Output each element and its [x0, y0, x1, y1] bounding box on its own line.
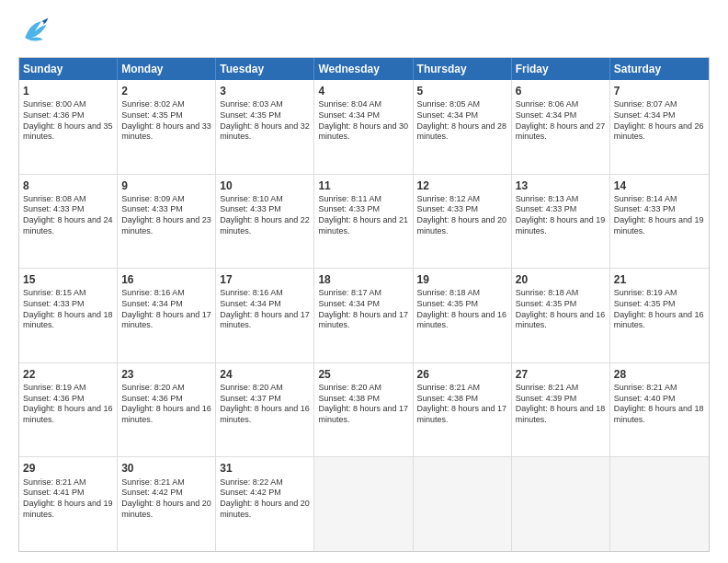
- day-info: Sunrise: 8:18 AMSunset: 4:35 PMDaylight:…: [516, 288, 606, 331]
- calendar-body: 1Sunrise: 8:00 AMSunset: 4:36 PMDaylight…: [19, 80, 709, 551]
- logo-icon: [18, 15, 51, 48]
- logo: [18, 15, 55, 48]
- day-number: 21: [614, 272, 705, 287]
- day-info: Sunrise: 8:21 AMSunset: 4:38 PMDaylight:…: [417, 383, 507, 426]
- day-info: Sunrise: 8:02 AMSunset: 4:35 PMDaylight:…: [121, 99, 211, 143]
- calendar-row-0: 1Sunrise: 8:00 AMSunset: 4:36 PMDaylight…: [19, 80, 709, 175]
- day-number: 17: [220, 272, 310, 287]
- day-number: 24: [220, 367, 310, 382]
- day-cell-4: 4Sunrise: 8:04 AMSunset: 4:34 PMDaylight…: [314, 80, 413, 174]
- calendar-header: SundayMondayTuesdayWednesdayThursdayFrid…: [19, 58, 709, 80]
- day-number: 3: [220, 84, 310, 98]
- day-info: Sunrise: 8:08 AMSunset: 4:33 PMDaylight:…: [23, 194, 113, 237]
- day-number: 4: [318, 84, 408, 98]
- day-info: Sunrise: 8:18 AMSunset: 4:35 PMDaylight:…: [417, 288, 507, 331]
- day-info: Sunrise: 8:14 AMSunset: 4:33 PMDaylight:…: [614, 194, 705, 237]
- calendar: SundayMondayTuesdayWednesdayThursdayFrid…: [18, 57, 710, 552]
- header-day-wednesday: Wednesday: [314, 58, 413, 80]
- day-info: Sunrise: 8:20 AMSunset: 4:36 PMDaylight:…: [121, 383, 211, 426]
- header-day-saturday: Saturday: [610, 58, 709, 80]
- day-number: 19: [417, 272, 507, 287]
- day-info: Sunrise: 8:22 AMSunset: 4:42 PMDaylight:…: [220, 477, 310, 521]
- day-cell-11: 11Sunrise: 8:11 AMSunset: 4:33 PMDayligh…: [314, 175, 413, 269]
- day-info: Sunrise: 8:03 AMSunset: 4:35 PMDaylight:…: [220, 99, 310, 143]
- day-number: 27: [516, 367, 606, 382]
- day-number: 28: [614, 367, 705, 382]
- day-cell-7: 7Sunrise: 8:07 AMSunset: 4:34 PMDaylight…: [610, 80, 709, 174]
- day-info: Sunrise: 8:06 AMSunset: 4:34 PMDaylight:…: [516, 99, 606, 143]
- day-info: Sunrise: 8:11 AMSunset: 4:33 PMDaylight:…: [318, 194, 408, 237]
- day-number: 31: [220, 461, 310, 476]
- day-info: Sunrise: 8:21 AMSunset: 4:42 PMDaylight:…: [121, 477, 211, 521]
- day-info: Sunrise: 8:16 AMSunset: 4:34 PMDaylight:…: [220, 288, 310, 331]
- day-number: 7: [614, 84, 705, 98]
- day-number: 10: [220, 178, 310, 193]
- day-cell-23: 23Sunrise: 8:20 AMSunset: 4:36 PMDayligh…: [118, 363, 216, 457]
- day-cell-31: 31Sunrise: 8:22 AMSunset: 4:42 PMDayligh…: [216, 457, 314, 551]
- day-number: 14: [614, 178, 705, 193]
- day-info: Sunrise: 8:00 AMSunset: 4:36 PMDaylight:…: [23, 99, 113, 143]
- day-cell-18: 18Sunrise: 8:17 AMSunset: 4:34 PMDayligh…: [314, 269, 413, 362]
- day-cell-9: 9Sunrise: 8:09 AMSunset: 4:33 PMDaylight…: [118, 175, 216, 269]
- day-cell-30: 30Sunrise: 8:21 AMSunset: 4:42 PMDayligh…: [118, 457, 216, 551]
- empty-cell: [314, 457, 413, 551]
- day-number: 1: [23, 84, 113, 98]
- day-info: Sunrise: 8:15 AMSunset: 4:33 PMDaylight:…: [23, 288, 113, 331]
- day-cell-3: 3Sunrise: 8:03 AMSunset: 4:35 PMDaylight…: [216, 80, 314, 174]
- day-info: Sunrise: 8:21 AMSunset: 4:41 PMDaylight:…: [23, 477, 113, 521]
- day-info: Sunrise: 8:20 AMSunset: 4:37 PMDaylight:…: [220, 383, 310, 426]
- day-number: 29: [23, 461, 113, 476]
- day-info: Sunrise: 8:21 AMSunset: 4:39 PMDaylight:…: [516, 383, 606, 426]
- empty-cell: [414, 457, 512, 551]
- day-info: Sunrise: 8:12 AMSunset: 4:33 PMDaylight:…: [417, 194, 507, 237]
- day-info: Sunrise: 8:07 AMSunset: 4:34 PMDaylight:…: [614, 99, 705, 143]
- day-number: 6: [516, 84, 606, 98]
- header-day-monday: Monday: [118, 58, 216, 80]
- day-cell-26: 26Sunrise: 8:21 AMSunset: 4:38 PMDayligh…: [414, 363, 512, 457]
- day-number: 11: [318, 178, 408, 193]
- header: [18, 15, 710, 48]
- day-number: 5: [417, 84, 507, 98]
- day-info: Sunrise: 8:09 AMSunset: 4:33 PMDaylight:…: [121, 194, 211, 237]
- day-cell-15: 15Sunrise: 8:15 AMSunset: 4:33 PMDayligh…: [19, 269, 118, 362]
- day-cell-19: 19Sunrise: 8:18 AMSunset: 4:35 PMDayligh…: [414, 269, 512, 362]
- day-info: Sunrise: 8:19 AMSunset: 4:35 PMDaylight:…: [614, 288, 705, 331]
- day-info: Sunrise: 8:05 AMSunset: 4:34 PMDaylight:…: [417, 99, 507, 143]
- day-cell-24: 24Sunrise: 8:20 AMSunset: 4:37 PMDayligh…: [216, 363, 314, 457]
- empty-cell: [610, 457, 709, 551]
- day-number: 12: [417, 178, 507, 193]
- day-number: 2: [121, 84, 211, 98]
- day-cell-22: 22Sunrise: 8:19 AMSunset: 4:36 PMDayligh…: [19, 363, 118, 457]
- day-cell-27: 27Sunrise: 8:21 AMSunset: 4:39 PMDayligh…: [512, 363, 610, 457]
- day-number: 16: [121, 272, 211, 287]
- day-number: 22: [23, 367, 113, 382]
- day-info: Sunrise: 8:04 AMSunset: 4:34 PMDaylight:…: [318, 99, 408, 143]
- day-number: 20: [516, 272, 606, 287]
- header-day-thursday: Thursday: [414, 58, 512, 80]
- day-info: Sunrise: 8:21 AMSunset: 4:40 PMDaylight:…: [614, 383, 705, 426]
- day-info: Sunrise: 8:16 AMSunset: 4:34 PMDaylight:…: [121, 288, 211, 331]
- day-cell-14: 14Sunrise: 8:14 AMSunset: 4:33 PMDayligh…: [610, 175, 709, 269]
- day-info: Sunrise: 8:20 AMSunset: 4:38 PMDaylight:…: [318, 383, 408, 426]
- day-cell-12: 12Sunrise: 8:12 AMSunset: 4:33 PMDayligh…: [414, 175, 512, 269]
- empty-cell: [512, 457, 610, 551]
- day-info: Sunrise: 8:19 AMSunset: 4:36 PMDaylight:…: [23, 383, 113, 426]
- day-number: 30: [121, 461, 211, 476]
- day-number: 15: [23, 272, 113, 287]
- day-cell-8: 8Sunrise: 8:08 AMSunset: 4:33 PMDaylight…: [19, 175, 118, 269]
- day-cell-28: 28Sunrise: 8:21 AMSunset: 4:40 PMDayligh…: [610, 363, 709, 457]
- header-day-sunday: Sunday: [19, 58, 118, 80]
- day-info: Sunrise: 8:17 AMSunset: 4:34 PMDaylight:…: [318, 288, 408, 331]
- day-number: 26: [417, 367, 507, 382]
- day-cell-6: 6Sunrise: 8:06 AMSunset: 4:34 PMDaylight…: [512, 80, 610, 174]
- day-number: 23: [121, 367, 211, 382]
- day-cell-20: 20Sunrise: 8:18 AMSunset: 4:35 PMDayligh…: [512, 269, 610, 362]
- day-number: 25: [318, 367, 408, 382]
- day-cell-25: 25Sunrise: 8:20 AMSunset: 4:38 PMDayligh…: [314, 363, 413, 457]
- day-cell-17: 17Sunrise: 8:16 AMSunset: 4:34 PMDayligh…: [216, 269, 314, 362]
- day-number: 8: [23, 178, 113, 193]
- day-cell-16: 16Sunrise: 8:16 AMSunset: 4:34 PMDayligh…: [118, 269, 216, 362]
- calendar-row-4: 29Sunrise: 8:21 AMSunset: 4:41 PMDayligh…: [19, 457, 709, 551]
- day-cell-5: 5Sunrise: 8:05 AMSunset: 4:34 PMDaylight…: [414, 80, 512, 174]
- day-cell-1: 1Sunrise: 8:00 AMSunset: 4:36 PMDaylight…: [19, 80, 118, 174]
